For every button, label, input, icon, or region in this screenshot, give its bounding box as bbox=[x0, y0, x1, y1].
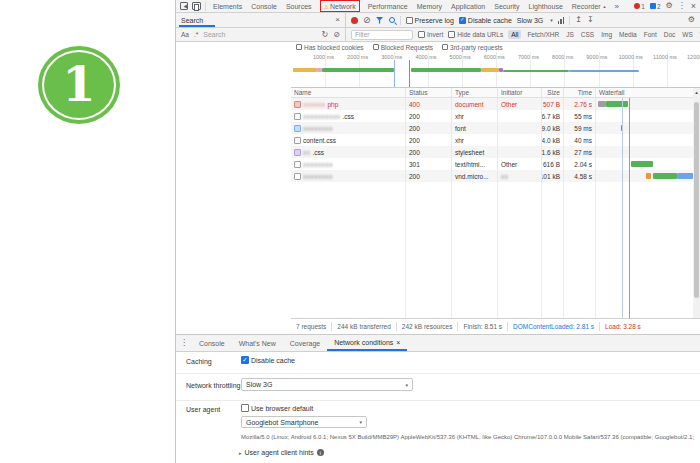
column-header-name[interactable]: Name bbox=[291, 88, 406, 97]
scrollbar-thumb[interactable] bbox=[694, 102, 699, 298]
network-settings-gear-icon[interactable]: ⚙ bbox=[688, 16, 695, 24]
load-line bbox=[409, 60, 410, 87]
column-gridlines bbox=[291, 182, 596, 318]
kebab-menu-icon[interactable]: ⋮ bbox=[678, 2, 686, 10]
more-tabs-icon[interactable]: » bbox=[615, 2, 619, 11]
request-row[interactable]: xxxxxxxx301text/html...Other616 B2.04 s bbox=[291, 158, 693, 170]
throttling-select[interactable]: Slow 3G▾ bbox=[517, 17, 553, 24]
tab-memory[interactable]: Memory bbox=[416, 3, 443, 10]
column-header-size[interactable]: Size bbox=[542, 88, 564, 97]
device-toolbar-icon[interactable] bbox=[192, 2, 201, 10]
request-status-cell: 200 bbox=[406, 146, 452, 158]
match-case-icon[interactable]: Aa bbox=[181, 31, 189, 38]
filter-type-js[interactable]: JS bbox=[565, 31, 575, 38]
column-header-waterfall[interactable]: Waterfall bbox=[596, 88, 700, 97]
record-icon[interactable] bbox=[351, 17, 358, 24]
tab-performance[interactable]: Performance bbox=[367, 3, 409, 10]
overview-tick-label: 2000 ms bbox=[347, 54, 368, 60]
regex-icon[interactable]: .* bbox=[194, 31, 198, 38]
filter-type-all[interactable]: All bbox=[508, 30, 521, 39]
drawer-disable-cache-checkbox[interactable]: Disable cache bbox=[241, 356, 295, 364]
tab-console[interactable]: Console bbox=[250, 3, 278, 10]
tab-application[interactable]: Application bbox=[450, 3, 486, 10]
search-toolbar: Aa .* Search ↻ ⊘ bbox=[176, 28, 346, 42]
checkbox-label: Blocked Requests bbox=[381, 44, 433, 51]
scroll-up-icon[interactable]: ▴ bbox=[693, 88, 700, 97]
waterfall-bar bbox=[677, 173, 693, 179]
blocked-requests-checkbox[interactable]: Blocked Requests bbox=[373, 44, 433, 51]
tab-sources[interactable]: Sources bbox=[285, 3, 313, 10]
tab-lighthouse[interactable]: Lighthouse bbox=[528, 3, 564, 10]
filter-type-media[interactable]: Media bbox=[618, 31, 638, 38]
error-count-badge[interactable]: 1 bbox=[634, 3, 645, 10]
checkbox-icon bbox=[406, 17, 413, 24]
export-har-icon[interactable]: ↧ bbox=[587, 16, 594, 24]
3rd-party-requests-checkbox[interactable]: 3rd-party requests bbox=[442, 44, 503, 51]
drawer-tab-coverage[interactable]: Coverage bbox=[283, 335, 327, 351]
filter-type-ws[interactable]: WS bbox=[681, 31, 693, 38]
redacted-name: xx bbox=[303, 149, 311, 156]
request-row[interactable]: xxxxxxxxxx.css200xhr16.7 kB55 ms bbox=[291, 110, 693, 122]
search-close-icon[interactable]: × bbox=[335, 16, 340, 24]
clear-network-log-icon[interactable]: ⊘ bbox=[363, 16, 371, 25]
disable-cache-checkbox[interactable]: Disable cache bbox=[459, 17, 512, 24]
checkbox-icon bbox=[296, 44, 302, 50]
throttling-dropdown[interactable]: Slow 3G ▾ bbox=[241, 378, 413, 391]
column-header-type[interactable]: Type bbox=[452, 88, 498, 97]
search-network-icon[interactable] bbox=[389, 17, 395, 23]
overview-segment bbox=[569, 70, 639, 72]
column-header-initiator[interactable]: Initiator bbox=[498, 88, 542, 97]
request-row[interactable]: content.css200xhr54.0 kB40 ms bbox=[291, 134, 693, 146]
clear-search-icon[interactable]: ⊘ bbox=[333, 31, 340, 39]
file-type-icon bbox=[294, 173, 301, 180]
settings-gear-icon[interactable]: ⚙ bbox=[666, 2, 673, 10]
request-name-text: content.css bbox=[303, 137, 336, 144]
request-row[interactable]: xx.css200stylesheet1.6 kB27 ms bbox=[291, 146, 693, 158]
drawer-tab-what-s-new[interactable]: What's New bbox=[232, 335, 283, 351]
request-row[interactable]: xxxxxxxx200font69.0 kB59 ms bbox=[291, 122, 693, 134]
filter-type-css[interactable]: CSS bbox=[580, 31, 595, 38]
column-header-status[interactable]: Status bbox=[406, 88, 452, 97]
tab-elements[interactable]: Elements bbox=[212, 3, 243, 10]
filter-type-img[interactable]: Img bbox=[600, 31, 613, 38]
drawer-tab-network-conditions[interactable]: Network conditions× bbox=[327, 335, 407, 351]
tab-recorder[interactable]: Recorder▲ bbox=[571, 3, 608, 10]
use-browser-default-checkbox[interactable]: Use browser default bbox=[241, 404, 313, 412]
filter-funnel-icon[interactable] bbox=[376, 17, 384, 24]
summary-bar: 7 requests244 kB transferred242 kB resou… bbox=[291, 318, 700, 334]
inspect-element-icon[interactable] bbox=[180, 2, 188, 10]
client-hints-toggle[interactable]: ▸ User agent client hints i bbox=[239, 449, 324, 456]
filter-input[interactable]: Filter bbox=[351, 30, 413, 40]
filter-type-fetch-xhr[interactable]: Fetch/XHR bbox=[526, 31, 560, 38]
invert-checkbox[interactable]: Invert bbox=[418, 31, 443, 38]
import-har-icon[interactable]: ↥ bbox=[575, 16, 582, 24]
preserve-log-checkbox[interactable]: Preserve log bbox=[406, 17, 454, 24]
close-tab-icon[interactable]: × bbox=[396, 339, 400, 346]
error-icon bbox=[634, 3, 640, 9]
tab-network[interactable]: ⚠Network bbox=[320, 0, 360, 12]
table-scrollbar[interactable]: ▴ bbox=[693, 88, 700, 318]
ua-preset-dropdown[interactable]: Googlebot Smartphone ▾ bbox=[241, 416, 367, 428]
network-overview[interactable]: 1000 ms2000 ms3000 ms4000 ms5000 ms6000 … bbox=[291, 52, 700, 88]
waterfall-cell bbox=[596, 146, 693, 158]
drawer-tab-console[interactable]: Console bbox=[192, 335, 232, 351]
request-row[interactable]: xxxxxxphp400documentOther507 B2.76 s bbox=[291, 98, 693, 110]
search-input[interactable]: Search bbox=[203, 31, 316, 38]
overview-tick-label: 9000 ms bbox=[586, 54, 607, 60]
waterfall-cell bbox=[596, 122, 693, 134]
filter-type-doc[interactable]: Doc bbox=[663, 31, 677, 38]
hide-data-urls-checkbox[interactable]: Hide data URLs bbox=[448, 31, 503, 38]
issues-count-badge[interactable]: 2 bbox=[650, 3, 661, 10]
refresh-icon[interactable]: ↻ bbox=[322, 31, 329, 39]
column-header-time[interactable]: Time bbox=[564, 88, 596, 97]
drawer-kebab-icon[interactable]: ⋮ bbox=[180, 339, 188, 347]
tab-security[interactable]: Security bbox=[493, 3, 520, 10]
divider bbox=[569, 16, 570, 25]
divider bbox=[176, 400, 700, 401]
has-blocked-cookies-checkbox[interactable]: Has blocked cookies bbox=[296, 44, 364, 51]
close-devtools-icon[interactable]: × bbox=[691, 2, 696, 11]
separator bbox=[457, 322, 458, 331]
request-row[interactable]: xxxxxxxx200vnd.micro...xx101 kB4.58 s bbox=[291, 170, 693, 182]
network-conditions-icon[interactable] bbox=[558, 17, 565, 24]
filter-type-font[interactable]: Font bbox=[643, 31, 658, 38]
